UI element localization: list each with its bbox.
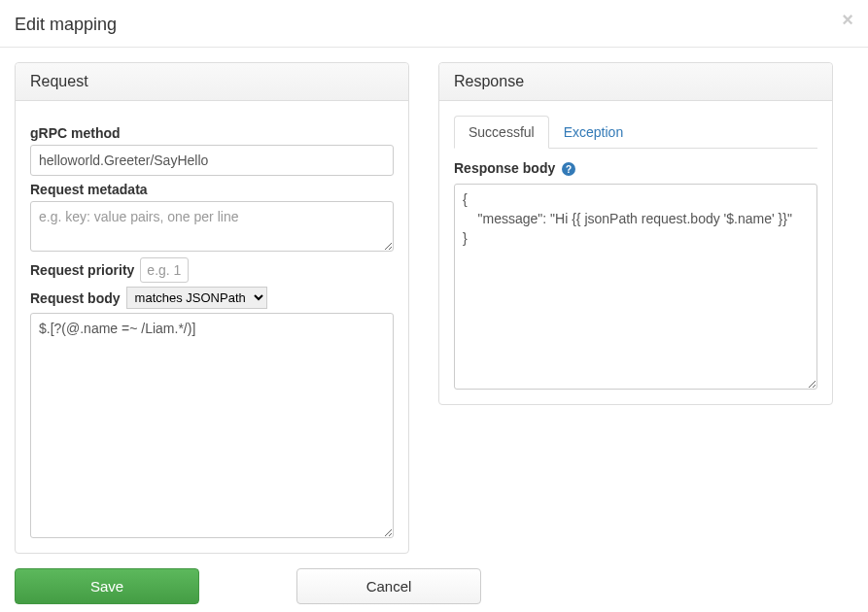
save-button[interactable]: Save [15, 568, 199, 604]
tab-successful[interactable]: Successful [454, 116, 549, 149]
request-panel: Request gRPC method Request metadata Req… [15, 62, 409, 554]
cancel-button[interactable]: Cancel [296, 568, 481, 604]
request-priority-input[interactable] [140, 257, 189, 283]
request-body-textarea[interactable]: $.[?(@.name =~ /Liam.*/)] [30, 313, 394, 538]
request-metadata-label: Request metadata [30, 182, 148, 197]
request-body-match-select[interactable]: matches JSONPath [126, 287, 267, 309]
tab-exception[interactable]: Exception [549, 116, 638, 149]
modal-footer: Save Cancel [0, 568, 868, 612]
grpc-method-label: gRPC method [30, 125, 121, 141]
modal-header: Edit mapping × [0, 0, 868, 48]
response-panel-title: Response [439, 63, 832, 101]
request-panel-title: Request [16, 63, 408, 101]
grpc-method-input[interactable] [30, 145, 394, 176]
response-tabs: Successful Exception [454, 116, 817, 149]
edit-mapping-modal: Edit mapping × Request gRPC method Reque… [0, 0, 868, 612]
response-body-label-row: Response body ? [454, 160, 817, 180]
request-metadata-textarea[interactable] [30, 201, 394, 252]
request-panel-body: gRPC method Request metadata Request pri… [16, 101, 408, 553]
request-body-row: Request body matches JSONPath [30, 287, 394, 309]
response-panel: Response Successful Exception Response b… [438, 62, 833, 405]
response-body-textarea[interactable]: { "message": "Hi {{ jsonPath request.bod… [454, 184, 817, 390]
modal-body: Request gRPC method Request metadata Req… [0, 48, 868, 568]
close-icon[interactable]: × [842, 10, 853, 29]
response-body-label: Response body [454, 160, 555, 176]
request-priority-label: Request priority [30, 262, 134, 278]
request-priority-row: Request priority [30, 257, 394, 283]
help-icon[interactable]: ? [562, 162, 575, 176]
response-panel-body: Successful Exception Response body ? { "… [439, 101, 832, 404]
modal-title: Edit mapping [15, 15, 117, 34]
request-body-label: Request body [30, 290, 121, 306]
